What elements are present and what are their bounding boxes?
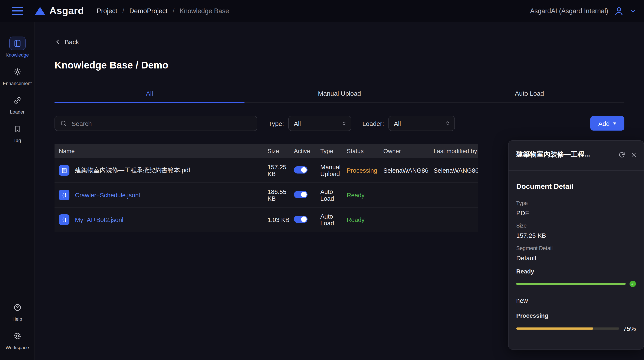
user-icon[interactable] [614, 6, 624, 16]
ready-progress-fill [516, 283, 626, 285]
document-name[interactable]: 建築物室內裝修—工程承攬契約書範本.pdf [75, 166, 190, 174]
document-owner: SelenaWANG86 [383, 167, 434, 174]
breadcrumb-project[interactable]: Project [97, 7, 117, 15]
breadcrumb-separator: / [122, 7, 124, 15]
top-bar: Asgard Project / DemoProject / Knowledge… [0, 0, 644, 22]
sidebar: Knowledge Enhancement Loader Tag [0, 22, 35, 360]
document-size: 1.03 KB [268, 216, 294, 223]
processing-progress-label: Processing [516, 312, 636, 319]
table-row[interactable]: My+AI+Bot2.jsonl 1.03 KB Auto Load Ready [54, 207, 478, 232]
breadcrumb-separator: / [172, 7, 174, 15]
document-last-modified-by: SelenaWANG86 [434, 167, 478, 174]
document-name[interactable]: My+AI+Bot2.jsonl [75, 216, 123, 223]
processing-progress-fill [516, 328, 594, 330]
active-toggle[interactable] [294, 215, 308, 223]
tab-auto-load[interactable]: Auto Load [434, 85, 624, 103]
tab-all[interactable]: All [54, 85, 244, 103]
sidebar-item-tag[interactable]: Tag [0, 119, 34, 147]
loader-select-value: All [394, 120, 401, 127]
chevron-down-icon[interactable] [630, 7, 636, 14]
header-status: Status [347, 148, 383, 154]
link-icon [9, 94, 25, 107]
document-detail-panel: 建築物室內裝修—工程... Document Detail Type PDF S… [508, 140, 644, 350]
back-button[interactable]: Back [54, 38, 79, 45]
book-icon [9, 36, 25, 50]
sidebar-item-label: Loader [10, 109, 25, 114]
sidebar-item-label: Help [12, 316, 22, 321]
gear-icon [9, 329, 25, 343]
add-button-label: Add [598, 120, 610, 127]
field-label-type: Type [516, 200, 636, 206]
check-icon: ✓ [630, 281, 636, 287]
search-input[interactable] [71, 119, 252, 127]
ready-progress-label: Ready [516, 268, 636, 275]
documents-table: Name Size Active Type Status Owner Last … [54, 144, 478, 232]
sidebar-item-loader[interactable]: Loader [0, 90, 34, 119]
section-title: Document Detail [516, 182, 636, 191]
document-type: Auto Load [320, 188, 347, 202]
page-title: Knowledge Base / Demo [54, 59, 624, 71]
sidebar-item-workspace[interactable]: Workspace [0, 326, 34, 354]
main-content: Back Knowledge Base / Demo All Manual Up… [35, 22, 644, 360]
new-label: new [516, 297, 636, 304]
header-size: Size [268, 148, 294, 154]
sidebar-item-label: Enhancement [3, 81, 32, 86]
triangle-logo-icon [35, 7, 45, 15]
document-name[interactable]: Crawler+Schedule.jsonl [75, 191, 140, 198]
chevron-left-icon [54, 39, 61, 45]
type-select[interactable]: All [288, 116, 351, 131]
account-label: AsgardAI (Asgard Internal) [530, 7, 608, 15]
sidebar-item-label: Knowledge [6, 52, 29, 57]
question-icon [9, 301, 25, 314]
document-type: Auto Load [320, 213, 347, 226]
breadcrumb-demoproject[interactable]: DemoProject [129, 7, 168, 15]
type-filter-label: Type: [268, 120, 284, 127]
status-badge: Ready [347, 191, 364, 198]
updown-chevron-icon [342, 121, 346, 126]
header-type: Type [320, 148, 347, 154]
bookmark-icon [9, 122, 25, 136]
close-icon[interactable] [631, 152, 637, 158]
sidebar-item-knowledge[interactable]: Knowledge [0, 33, 34, 62]
tab-manual-upload[interactable]: Manual Upload [244, 85, 434, 103]
json-file-icon [59, 214, 70, 225]
field-value-segment-detail: Default [516, 254, 636, 262]
sun-icon [9, 65, 25, 79]
sidebar-item-label: Tag [14, 138, 21, 143]
menu-icon[interactable] [12, 7, 23, 15]
field-value-type: PDF [516, 209, 636, 216]
filter-row: Type: All Loader: All Add [54, 116, 624, 131]
back-label: Back [65, 38, 79, 45]
breadcrumb: Project / DemoProject / Knowledge Base [97, 7, 229, 15]
panel-header: 建築物室內裝修—工程... [508, 141, 644, 159]
header-name: Name [54, 148, 268, 154]
active-toggle[interactable] [294, 166, 308, 173]
processing-progress-bar [516, 328, 619, 330]
add-button[interactable]: Add [590, 116, 624, 131]
refresh-icon[interactable] [618, 151, 625, 158]
tab-bar: All Manual Upload Auto Load [54, 85, 624, 103]
table-row[interactable]: 建築物室內裝修—工程承攬契約書範本.pdf 157.25 KB Manual U… [54, 158, 478, 183]
document-size: 157.25 KB [268, 164, 294, 177]
caret-down-icon [613, 122, 616, 124]
document-type: Manual Upload [320, 164, 347, 177]
ready-progress-bar [516, 283, 626, 285]
active-toggle[interactable] [294, 191, 308, 198]
sidebar-item-help[interactable]: Help [0, 297, 34, 326]
sidebar-item-enhancement[interactable]: Enhancement [0, 62, 34, 90]
panel-body: Document Detail Type PDF Size 157.25 KB … [508, 171, 644, 332]
header-active: Active [294, 148, 320, 154]
header-owner: Owner [383, 148, 434, 154]
loader-select[interactable]: All [388, 116, 455, 131]
table-row[interactable]: Crawler+Schedule.jsonl 186.55 KB Auto Lo… [54, 183, 478, 207]
header-last-modified-by: Last modified by [434, 148, 478, 154]
app-logo: Asgard [35, 5, 84, 16]
processing-percent-label: 75% [623, 325, 636, 332]
type-select-value: All [294, 120, 301, 127]
ready-progress-row: ✓ [516, 281, 636, 287]
search-box[interactable] [54, 116, 257, 131]
table-header-row: Name Size Active Type Status Owner Last … [54, 144, 478, 158]
processing-progress-row: 75% [516, 325, 636, 332]
field-value-size: 157.25 KB [516, 232, 636, 239]
sidebar-item-label: Workspace [6, 345, 29, 350]
